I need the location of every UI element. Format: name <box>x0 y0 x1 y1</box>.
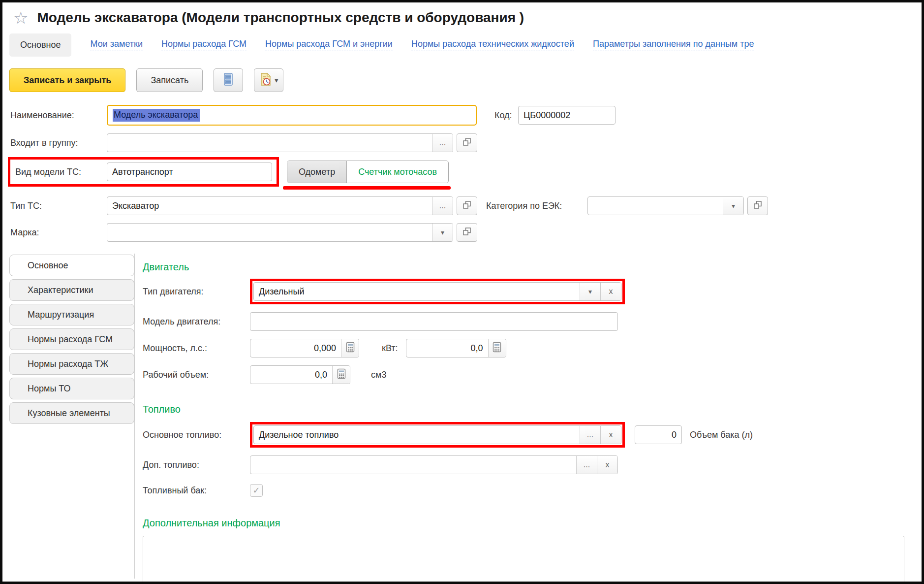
form-window: ☆ Модель экскаватора (Модели транспортны… <box>0 0 924 584</box>
code-field[interactable]: ЦБ0000002 <box>518 106 616 125</box>
extra-fuel-choose-button[interactable]: ... <box>576 456 597 474</box>
group-open-button[interactable] <box>457 133 477 152</box>
report-structure-button[interactable] <box>214 68 243 92</box>
open-icon <box>462 227 471 238</box>
ts-type-field-value: Экскаватор <box>107 197 432 215</box>
main-fuel-field[interactable]: Дизельное топливо ... x <box>253 425 621 444</box>
extra-fuel-field[interactable]: ... x <box>250 455 618 474</box>
link-moi-zametki[interactable]: Мои заметки <box>90 39 143 51</box>
engine-model-row: Модель двигателя: <box>143 312 913 331</box>
displacement-field[interactable]: 0,0 <box>250 365 350 384</box>
change-history-button[interactable]: ▾ <box>254 68 283 92</box>
tank-volume-field-value: 0 <box>635 426 681 444</box>
eek-dropdown-button[interactable]: ▾ <box>723 197 743 215</box>
name-field-selected-text: Модель экскаватора <box>113 109 200 122</box>
tab-osnovnoe[interactable]: Основное <box>9 33 71 57</box>
calculator-icon <box>346 342 355 355</box>
kw-label: кВт: <box>382 343 398 354</box>
power-label: Мощность, л.с.: <box>143 343 250 354</box>
check-icon: ✓ <box>252 485 260 496</box>
open-icon <box>462 137 471 148</box>
eek-category-field[interactable]: ▾ <box>587 196 744 215</box>
side-tabs: Основное Характеристики Маршрутизация Но… <box>2 254 134 579</box>
tank-volume-field[interactable]: 0 <box>635 425 682 444</box>
ts-type-row: Тип ТС: Экскаватор ... Категория по ЕЭК:… <box>10 196 922 215</box>
engine-type-dropdown-button[interactable]: ▾ <box>580 283 600 300</box>
engine-model-field[interactable] <box>250 312 618 331</box>
name-row: Наименование: Модель экскаватора Код: ЦБ… <box>10 105 922 126</box>
content-panel: Двигатель Тип двигателя: Дизельный ▾ x М… <box>134 254 922 579</box>
side-tab-marshrutizaciya[interactable]: Маршрутизация <box>9 304 134 325</box>
chevron-down-icon: ▾ <box>588 288 592 295</box>
extra-fuel-clear-button[interactable]: x <box>597 456 617 474</box>
engine-model-field-value <box>250 313 617 330</box>
extra-info-textarea[interactable] <box>143 536 904 584</box>
fuel-tank-label: Топливный бак: <box>143 486 250 496</box>
open-icon <box>462 200 471 211</box>
tank-volume-label: Объем бака (л) <box>690 430 753 440</box>
chevron-down-icon: ▾ <box>275 77 278 84</box>
side-tab-osnovnoe[interactable]: Основное <box>9 255 134 276</box>
link-normy-teh-zhidkostei[interactable]: Нормы расхода технических жидкостей <box>411 39 574 51</box>
main-fuel-clear-button[interactable]: x <box>600 426 621 444</box>
ts-type-open-button[interactable] <box>457 196 477 215</box>
hour-meter-toggle-button[interactable]: Счетчик моточасов <box>347 161 448 183</box>
annotation-red-box-engine-type: Дизельный ▾ x <box>250 279 625 304</box>
displacement-unit: см3 <box>371 370 386 380</box>
annotation-red-box-model-kind: Вид модели ТС: Автотранспорт <box>8 157 279 187</box>
kw-field-value: 0,0 <box>406 339 488 357</box>
power-calculator-button[interactable] <box>341 339 359 357</box>
kw-calculator-button[interactable] <box>488 339 506 357</box>
displacement-calculator-button[interactable] <box>332 366 350 384</box>
displacement-label: Рабочий объем: <box>143 370 250 380</box>
favorite-star-icon[interactable]: ☆ <box>13 9 28 26</box>
model-kind-field[interactable]: Автотранспорт <box>107 162 272 181</box>
name-field[interactable]: Модель экскаватора <box>107 105 477 126</box>
side-tab-normy-gsm[interactable]: Нормы расхода ГСМ <box>9 328 134 350</box>
main-fuel-choose-button[interactable]: ... <box>580 426 600 444</box>
list-icon <box>222 72 234 89</box>
side-tab-normy-to[interactable]: Нормы ТО <box>9 378 134 399</box>
brand-field[interactable]: ▾ <box>107 223 453 242</box>
model-kind-field-value: Автотранспорт <box>107 163 272 181</box>
group-field[interactable]: ... <box>107 133 453 152</box>
ts-type-choose-button[interactable]: ... <box>432 197 453 215</box>
link-normy-gsm-energii[interactable]: Нормы расхода ГСМ и энергии <box>265 39 393 51</box>
brand-open-button[interactable] <box>457 223 477 242</box>
odometer-toggle-button[interactable]: Одометр <box>287 161 347 183</box>
group-row: Входит в группу: ... <box>10 133 922 152</box>
side-tab-kuzovnye-elementy[interactable]: Кузовные элементы <box>9 402 134 424</box>
extra-fuel-field-value <box>250 456 576 474</box>
kw-field[interactable]: 0,0 <box>406 339 506 357</box>
main-area: Основное Характеристики Маршрутизация Но… <box>2 254 922 579</box>
save-button[interactable]: Записать <box>136 68 203 92</box>
brand-row: Марка: ▾ <box>10 223 922 242</box>
calculator-icon <box>337 368 346 381</box>
group-field-value <box>107 134 432 152</box>
power-field[interactable]: 0,000 <box>250 339 359 357</box>
fuel-tank-checkbox[interactable]: ✓ <box>250 484 263 497</box>
ts-type-field[interactable]: Экскаватор ... <box>107 196 453 215</box>
fuel-section-header: Топливо <box>143 404 913 415</box>
engine-type-field[interactable]: Дизельный ▾ x <box>253 282 621 301</box>
title-row: ☆ Модель экскаватора (Модели транспортны… <box>2 2 922 26</box>
link-normy-gsm[interactable]: Нормы расхода ГСМ <box>161 39 246 51</box>
side-tab-harakteristiki[interactable]: Характеристики <box>9 279 134 301</box>
link-parametry-zapolneniya[interactable]: Параметры заполнения по данным тре <box>593 39 754 51</box>
extra-info-header: Дополнительная информация <box>143 518 913 529</box>
nav-tabs: Основное Мои заметки Нормы расхода ГСМ Н… <box>9 32 922 58</box>
group-choose-button[interactable]: ... <box>432 134 453 152</box>
brand-label: Марка: <box>10 227 107 238</box>
extra-fuel-label: Доп. топливо: <box>143 460 250 470</box>
fuel-tank-row: Топливный бак: ✓ <box>143 484 913 497</box>
side-tab-normy-tzh[interactable]: Нормы расхода ТЖ <box>9 353 134 375</box>
brand-dropdown-button[interactable]: ▾ <box>432 224 453 241</box>
engine-type-label: Тип двигателя: <box>143 287 250 297</box>
chevron-down-icon: ▾ <box>732 202 735 209</box>
ts-type-label: Тип ТС: <box>10 201 107 211</box>
chevron-down-icon: ▾ <box>441 229 444 236</box>
displacement-field-value: 0,0 <box>250 366 332 384</box>
eek-open-button[interactable] <box>747 196 768 215</box>
save-close-button[interactable]: Записать и закрыть <box>9 68 125 92</box>
engine-type-clear-button[interactable]: x <box>600 283 621 300</box>
